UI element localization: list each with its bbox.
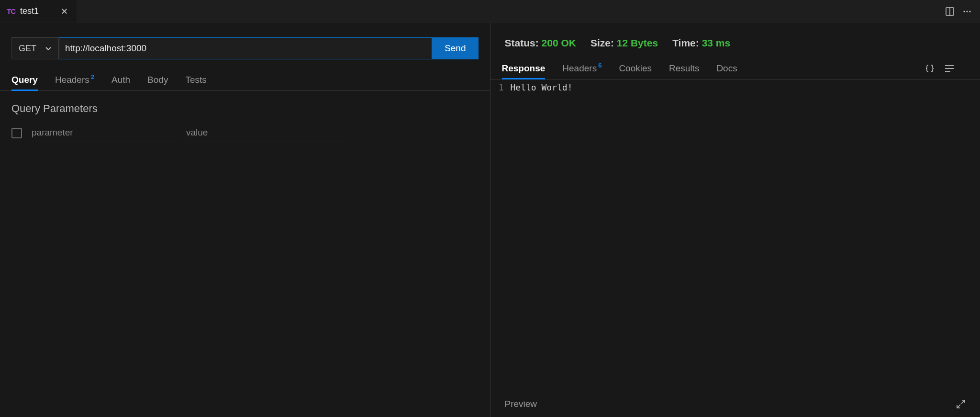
tab-docs[interactable]: Docs [716, 57, 737, 79]
request-tabs: Query Headers 2 Auth Body Tests [0, 69, 490, 91]
editor-tab[interactable]: TC test1 ✕ [0, 0, 77, 23]
tab-auth[interactable]: Auth [111, 69, 130, 90]
send-button[interactable]: Send [432, 37, 478, 59]
response-pane: Status: 200 OK Size: 12 Bytes Time: 33 m… [490, 23, 980, 417]
tab-label: Query [11, 75, 38, 85]
query-params-title: Query Parameters [11, 102, 479, 115]
time-value: 33 ms [702, 37, 731, 48]
tab-response-headers[interactable]: Headers 6 [562, 57, 601, 79]
response-body-line: Hello World! [511, 82, 573, 92]
wrap-lines-icon[interactable] [945, 64, 954, 73]
tab-label: Tests [185, 75, 206, 85]
tab-cookies[interactable]: Cookies [619, 57, 652, 79]
tab-label: Body [147, 75, 168, 85]
preview-label[interactable]: Preview [505, 399, 537, 409]
tab-label: Headers [562, 63, 597, 74]
tab-response[interactable]: Response [502, 57, 546, 79]
tab-body[interactable]: Body [147, 69, 168, 90]
query-param-row [11, 124, 479, 142]
svg-point-3 [966, 11, 968, 12]
param-value-input[interactable] [185, 124, 348, 142]
more-icon[interactable] [963, 7, 971, 16]
editor-tabbar: TC test1 ✕ [0, 0, 980, 23]
size-value: 12 Bytes [617, 37, 658, 48]
svg-point-4 [969, 11, 970, 12]
status-label: Status: [505, 37, 539, 48]
http-method-value: GET [19, 44, 36, 54]
tab-label: Docs [716, 63, 737, 74]
tab-label: Headers [55, 75, 89, 85]
tab-badge: 6 [598, 62, 601, 69]
tab-tests[interactable]: Tests [185, 69, 206, 90]
format-json-icon[interactable] [925, 64, 934, 73]
time-label: Time: [672, 37, 699, 48]
tab-results[interactable]: Results [669, 57, 699, 79]
expand-icon[interactable] [956, 399, 966, 409]
tab-badge: 2 [91, 73, 94, 80]
tabbar-actions [946, 7, 980, 16]
status-value: 200 OK [542, 37, 576, 48]
svg-line-8 [961, 400, 965, 404]
tab-query[interactable]: Query [11, 69, 38, 90]
tab-label: Cookies [619, 63, 652, 74]
split-editor-icon[interactable] [946, 7, 954, 16]
param-checkbox[interactable] [11, 128, 22, 138]
size-label: Size: [590, 37, 614, 48]
tab-label: Response [502, 63, 546, 74]
tab-title: test1 [20, 6, 39, 16]
response-tabs: Response Headers 6 Cookies Results Docs [490, 57, 980, 79]
svg-line-9 [957, 405, 960, 408]
http-method-select[interactable]: GET [11, 37, 59, 59]
tab-label: Auth [111, 75, 130, 85]
response-body[interactable]: 1 Hello World! [490, 79, 980, 95]
param-name-input[interactable] [31, 124, 177, 142]
svg-point-2 [963, 11, 965, 12]
thunderclient-badge-icon: TC [7, 7, 15, 15]
response-status-row: Status: 200 OK Size: 12 Bytes Time: 33 m… [490, 23, 980, 49]
close-icon[interactable]: ✕ [61, 6, 68, 17]
url-input[interactable] [59, 37, 432, 59]
tab-headers[interactable]: Headers 2 [55, 69, 94, 90]
chevron-down-icon [45, 45, 52, 52]
request-pane: GET Send Query Headers 2 Auth [0, 23, 490, 417]
tab-label: Results [669, 63, 699, 74]
line-number: 1 [490, 82, 511, 92]
